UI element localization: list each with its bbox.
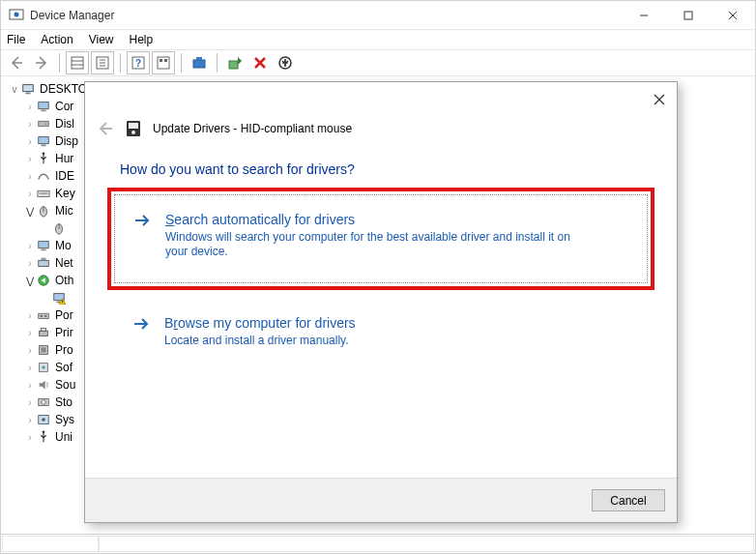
svg-rect-47 xyxy=(41,315,44,317)
tree-item-label: Sys xyxy=(55,413,74,426)
network-icon xyxy=(36,255,51,271)
svg-point-56 xyxy=(42,400,45,404)
system-icon xyxy=(36,412,51,427)
menu-bar: File Action View Help xyxy=(1,30,755,49)
cancel-button[interactable]: Cancel xyxy=(592,489,665,511)
scan-hardware-button[interactable] xyxy=(188,51,211,74)
tree-item-label: Pro xyxy=(55,343,73,357)
svg-rect-30 xyxy=(41,145,45,147)
tree-item-label: Prir xyxy=(55,326,73,339)
svg-point-54 xyxy=(42,365,45,369)
option-search-automatically[interactable]: Search automatically for drivers Windows… xyxy=(114,194,648,283)
tree-item-label: Por xyxy=(55,308,73,322)
usb-icon xyxy=(36,151,51,166)
svg-rect-38 xyxy=(39,242,49,248)
svg-point-28 xyxy=(45,123,47,125)
help-button[interactable]: ? xyxy=(127,51,150,74)
svg-rect-49 xyxy=(40,331,48,335)
cable-icon xyxy=(36,168,51,184)
close-button[interactable] xyxy=(711,1,755,30)
svg-point-64 xyxy=(131,131,135,134)
drive-icon xyxy=(36,116,51,131)
tree-item-label: Sto xyxy=(55,395,73,409)
view-button[interactable] xyxy=(152,51,175,74)
keyboard-icon xyxy=(36,186,51,201)
svg-rect-15 xyxy=(158,57,169,69)
disable-button[interactable] xyxy=(274,51,297,74)
svg-rect-17 xyxy=(164,59,167,62)
menu-help[interactable]: Help xyxy=(130,33,154,46)
svg-point-59 xyxy=(43,430,45,433)
tree-item-label: Disp xyxy=(55,134,78,148)
option-browse-computer[interactable]: Browse my computer for drivers Locate an… xyxy=(114,299,648,371)
printer-icon xyxy=(36,325,51,340)
svg-rect-29 xyxy=(39,137,49,144)
warning-icon xyxy=(36,273,51,288)
dialog-close-button[interactable] xyxy=(648,88,671,111)
tree-item-label: Disl xyxy=(55,117,74,131)
svg-rect-48 xyxy=(44,315,47,317)
window-title: Device Manager xyxy=(30,9,622,22)
status-bar xyxy=(1,534,755,553)
mouse-icon xyxy=(36,203,51,219)
svg-rect-63 xyxy=(129,123,138,129)
tree-item-label: Mo xyxy=(55,239,72,252)
svg-rect-16 xyxy=(160,59,162,62)
dialog-title: Update Drivers - HID-compliant mouse xyxy=(153,122,352,135)
show-hide-tree-button[interactable] xyxy=(66,51,89,74)
computer-icon xyxy=(20,81,36,97)
monitor-icon xyxy=(36,99,51,114)
monitor-icon xyxy=(36,133,51,149)
tree-item-label: Key xyxy=(55,187,75,200)
nav-forward-button[interactable] xyxy=(30,51,53,74)
dialog-question: How do you want to search for drivers? xyxy=(85,140,677,194)
svg-point-58 xyxy=(42,418,45,422)
device-icon xyxy=(124,119,143,138)
monitor-icon xyxy=(36,238,51,253)
app-icon xyxy=(9,8,24,23)
svg-rect-40 xyxy=(39,260,49,266)
menu-view[interactable]: View xyxy=(89,33,114,46)
uninstall-button[interactable] xyxy=(248,51,272,74)
update-drivers-dialog: Update Drivers - HID-compliant mouse How… xyxy=(84,81,678,523)
nav-back-button[interactable] xyxy=(5,51,28,74)
option-browse-description: Locate and install a driver manually. xyxy=(164,334,356,348)
arrow-right-icon xyxy=(132,211,152,230)
toolbar: ? xyxy=(1,49,755,76)
tree-item-label: IDE xyxy=(55,169,74,183)
svg-rect-26 xyxy=(41,110,45,112)
tree-item-label: Mic xyxy=(55,204,73,218)
minimize-button[interactable] xyxy=(622,1,666,30)
title-bar: Device Manager xyxy=(1,1,755,30)
update-driver-button[interactable] xyxy=(223,51,247,74)
storage-icon xyxy=(36,394,51,410)
maximize-button[interactable] xyxy=(666,1,711,30)
svg-rect-50 xyxy=(41,329,45,332)
properties-button[interactable] xyxy=(91,51,114,74)
svg-rect-19 xyxy=(196,57,202,60)
unknown-device-icon xyxy=(51,290,67,306)
mouse-icon xyxy=(51,220,67,236)
svg-rect-6 xyxy=(72,57,83,69)
tree-item-label: Sof xyxy=(55,361,73,374)
option-search-description: Windows will search your computer for th… xyxy=(165,230,581,259)
svg-rect-24 xyxy=(25,93,30,95)
dialog-back-button[interactable] xyxy=(95,119,114,138)
svg-rect-3 xyxy=(684,12,692,19)
tree-root-label: DESKTO xyxy=(40,82,87,96)
svg-rect-18 xyxy=(193,60,205,68)
svg-rect-52 xyxy=(41,347,45,352)
svg-text:?: ? xyxy=(135,58,141,69)
software-icon xyxy=(36,360,51,375)
port-icon xyxy=(36,307,51,323)
svg-point-1 xyxy=(15,12,19,16)
option-search-title: Search automatically for drivers xyxy=(165,211,581,228)
tree-item-label: Cor xyxy=(55,100,73,113)
svg-point-31 xyxy=(43,152,45,155)
menu-action[interactable]: Action xyxy=(41,33,73,46)
usb-icon xyxy=(36,429,51,445)
svg-rect-23 xyxy=(23,85,34,92)
sound-icon xyxy=(36,377,51,393)
svg-rect-46 xyxy=(39,313,49,318)
menu-file[interactable]: File xyxy=(7,33,25,46)
